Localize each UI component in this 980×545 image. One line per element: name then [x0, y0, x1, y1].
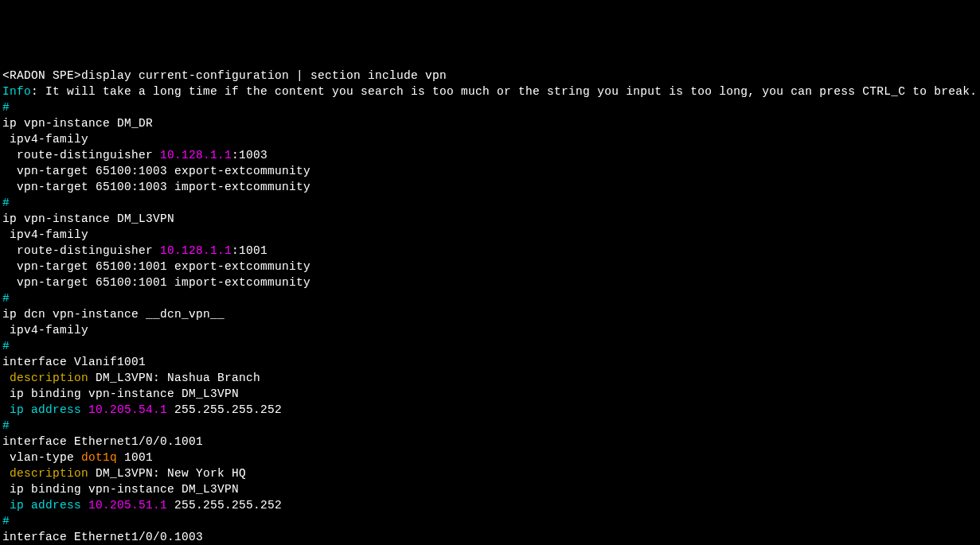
info-label: Info [2, 85, 31, 98]
vlan-id: 1001 [117, 451, 153, 464]
description-keyword: description [10, 467, 88, 480]
ip-address-keyword: ip address [10, 403, 81, 416]
route-distinguisher-label: route-distinguisher [2, 244, 160, 257]
description-text: DM_L3VPN: Nashua Branch [88, 372, 260, 384]
ipv4-family: ipv4-family [2, 324, 88, 337]
ip-binding: ip binding vpn-instance DM_L3VPN [2, 387, 239, 400]
vpn-target-export: vpn-target 65100:1001 export-extcommunit… [2, 260, 310, 273]
rd-ip: 10.128.1.1 [160, 149, 232, 162]
rd-suffix: :1001 [232, 244, 267, 257]
netmask: 255.255.255.252 [167, 403, 282, 416]
interface-vlanif1001: interface Vlanif1001 [2, 356, 146, 368]
description-text: DM_L3VPN: New York HQ [88, 467, 246, 480]
ip-address-keyword: ip address [10, 499, 81, 512]
interface-eth1003: interface Ethernet1/0/0.1003 [2, 531, 203, 543]
terminal-output: <RADON SPE>display current-configuration… [2, 68, 978, 545]
section-hash: # [2, 419, 10, 432]
ip-value: 10.205.51.1 [88, 499, 167, 512]
vpn-instance-dml3vpn: ip vpn-instance DM_L3VPN [2, 212, 174, 225]
vpn-target-export: vpn-target 65100:1003 export-extcommunit… [2, 165, 310, 177]
vpn-target-import: vpn-target 65100:1001 import-extcommunit… [2, 276, 310, 289]
description-keyword: description [10, 372, 88, 384]
section-hash: # [2, 340, 10, 352]
vpn-target-import: vpn-target 65100:1003 import-extcommunit… [2, 181, 310, 193]
netmask: 255.255.255.252 [167, 499, 282, 512]
ip-value: 10.205.54.1 [88, 403, 167, 416]
command-prompt[interactable]: <RADON SPE>display current-configuration… [2, 69, 447, 82]
section-hash: # [2, 101, 10, 114]
section-hash: # [2, 292, 10, 305]
interface-eth1001: interface Ethernet1/0/0.1001 [2, 435, 203, 448]
rd-suffix: :1003 [232, 149, 267, 162]
vpn-instance-dmdr: ip vpn-instance DM_DR [2, 117, 153, 130]
route-distinguisher-label: route-distinguisher [2, 149, 160, 162]
info-message: : It will take a long time if the conten… [31, 85, 977, 98]
dcn-vpn-instance: ip dcn vpn-instance __dcn_vpn__ [2, 308, 225, 321]
rd-ip: 10.128.1.1 [160, 244, 232, 257]
ipv4-family: ipv4-family [2, 133, 88, 146]
section-hash: # [2, 197, 10, 209]
ipv4-family: ipv4-family [2, 228, 88, 241]
dot1q-keyword: dot1q [81, 451, 117, 464]
ip-binding: ip binding vpn-instance DM_L3VPN [2, 483, 239, 496]
section-hash: # [2, 515, 10, 527]
